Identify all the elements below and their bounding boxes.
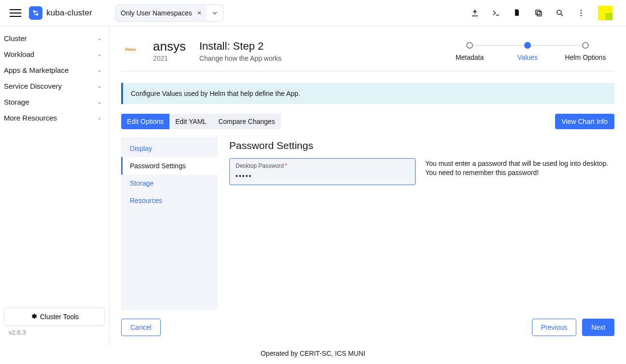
svg-rect-3 [34,14,36,15]
field-help: You must enter a password that will be u… [425,158,614,185]
previous-button[interactable]: Previous [532,319,576,336]
step-values[interactable]: Values [499,42,556,61]
header-actions [471,6,612,20]
sidebar-item-label: Cluster [4,34,27,42]
copy-icon[interactable] [534,9,543,17]
desktop-password-value[interactable]: ••••• [236,172,409,180]
svg-point-1 [36,13,39,16]
field-label: Desktop Password [236,162,284,169]
svg-point-8 [581,13,582,13]
sidebar-item-more-resources[interactable]: More Resources ⌄ [0,110,109,126]
tabs-row: Edit Options Edit YAML Compare Changes V… [121,114,614,129]
sidebar-item-label: More Resources [4,114,57,122]
install-title: Install: Step 2 [199,40,281,53]
import-icon[interactable] [471,9,479,17]
values-nav-resources[interactable]: Resources [121,192,218,209]
install-header: Ansys ansys 2021 Install: Step 2 Change … [121,27,614,71]
tab-compare-changes[interactable]: Compare Changes [212,114,281,129]
step-helm-options[interactable]: Helm Options [556,42,614,61]
chevron-down-icon: ⌄ [97,36,101,41]
divider [121,71,614,71]
sidebar-item-label: Workload [4,50,34,58]
svg-rect-4 [537,12,542,16]
values-nav-password-settings[interactable]: Password Settings [121,157,218,175]
cluster-tools-button[interactable]: Cluster Tools [4,308,105,326]
svg-point-7 [581,10,582,11]
tab-edit-yaml[interactable]: Edit YAML [169,114,212,129]
gear-icon [30,313,37,321]
chevron-down-icon: ⌄ [97,52,101,57]
main: Ansys ansys 2021 Install: Step 2 Change … [110,27,626,346]
sidebar-item-storage[interactable]: Storage ⌄ [0,94,109,110]
desktop-password-field[interactable]: Desktop Password * ••••• [229,158,416,185]
kebab-icon[interactable] [577,9,585,17]
install-actions: Cancel Previous Next [121,310,614,346]
sidebar-item-workload[interactable]: Workload ⌄ [0,46,109,62]
view-chart-info-button[interactable]: View Chart Info [555,114,614,129]
cluster-tools-label: Cluster Tools [40,313,79,321]
values-content: Password Settings Desktop Password * •••… [229,137,614,310]
sidebar-item-cluster[interactable]: Cluster ⌄ [0,30,109,46]
svg-point-9 [581,15,582,16]
stepper: Metadata Values Helm Options [441,40,614,61]
footer: Operated by CERIT-SC, ICS MUNI [0,346,626,364]
search-icon[interactable] [556,9,564,17]
chevron-down-icon: ⌄ [97,99,101,105]
file-icon[interactable] [513,9,522,17]
svg-point-0 [33,11,36,13]
tab-edit-options[interactable]: Edit Options [121,114,169,129]
install-step-block: Install: Step 2 Change how the App works [199,40,281,62]
values-nav-display[interactable]: Display [121,140,218,157]
shell-icon[interactable] [492,9,501,17]
namespace-selector[interactable]: Only User Namespaces ✕ [115,4,223,22]
avatar[interactable] [598,6,612,20]
header: kuba-cluster Only User Namespaces ✕ [0,0,626,27]
chevron-down-icon[interactable] [207,12,223,14]
sidebar-item-label: Service Discovery [4,82,62,90]
next-button[interactable]: Next [582,319,614,336]
app-year: 2021 [153,54,186,62]
install-subtitle: Change how the App works [199,54,281,62]
namespace-selector-label: Only User Namespaces [121,9,192,17]
cancel-button[interactable]: Cancel [121,319,161,336]
sidebar-item-label: Apps & Marketplace [4,66,69,74]
values-nav-storage[interactable]: Storage [121,175,218,192]
cluster-name: kuba-cluster [46,8,92,18]
cluster-icon [29,6,42,20]
required-asterisk: * [285,162,287,169]
app-logo: Ansys [121,40,139,58]
sidebar: Cluster ⌄ Workload ⌄ Apps & Marketplace … [0,27,110,346]
chevron-down-icon: ⌄ [97,115,101,121]
close-icon[interactable]: ✕ [197,10,202,16]
sidebar-item-service-discovery[interactable]: Service Discovery ⌄ [0,78,109,94]
svg-point-6 [557,10,561,14]
svg-rect-2 [35,11,38,12]
app-name: ansys [153,40,186,53]
menu-toggle-icon[interactable] [10,7,21,19]
values-nav: Display Password Settings Storage Resour… [121,137,218,310]
chevron-down-icon: ⌄ [97,83,101,89]
app-title-block: ansys 2021 [153,40,186,62]
info-banner: Configure Values used by Helm that help … [121,83,614,104]
step-metadata[interactable]: Metadata [441,42,499,61]
version-label: v2.6.3 [4,326,105,342]
section-title: Password Settings [229,140,614,151]
brand[interactable]: kuba-cluster [29,6,92,20]
chevron-down-icon: ⌄ [97,67,101,73]
sidebar-item-apps-marketplace[interactable]: Apps & Marketplace ⌄ [0,62,109,78]
sidebar-item-label: Storage [4,98,29,106]
svg-rect-5 [536,10,540,14]
